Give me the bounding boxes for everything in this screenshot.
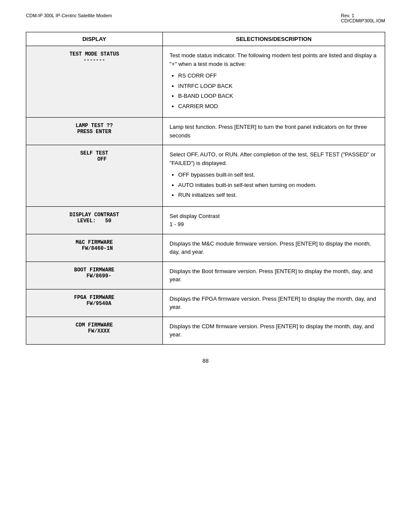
desc-cell-2: Select OFF, AUTO, or RUN. After completi… [162,145,385,207]
col-desc-header: SELECTIONS/DESCRIPTION [162,32,385,46]
page-footer: 88 [26,358,385,364]
desc-text-7-0: Displays the CDM firmware version. Press… [170,322,378,339]
header-left: CDM-IP 300L IP-Centric Satellite Modem [26,13,112,23]
bullet-item-2-0: OFF bypasses built-in self test. [178,171,378,179]
page-number: 88 [202,358,209,364]
bullet-item-0-3: CARRIER MOD [178,102,378,111]
desc-cell-4: Displays the M&C module firmware version… [162,234,385,261]
bullet-item-2-2: RUN initializes self test. [178,191,378,199]
header-right: Rev. 1 CD/CDMIP300L.IOM [341,13,385,23]
bullet-item-0-2: B-BAND LOOP BACK [178,92,378,100]
desc-cell-3: Set display Contrast1 - 99 [162,206,385,234]
desc-cell-0: Test mode status indicator. The followin… [162,46,385,118]
display-cell-5: BOOT FIRMWARE FW/8699- [26,261,163,289]
col-display-header: DISPLAY [26,32,163,46]
bullet-item-0-0: RS CORR OFF [178,72,378,80]
desc-text-3-0: Set display Contrast [170,212,378,221]
bullet-list-2: OFF bypasses built-in self test.AUTO ini… [178,171,378,199]
display-cell-0: TEST MODE STATUS ------- [26,46,163,118]
desc-text-3-1: 1 - 99 [170,220,378,229]
desc-cell-5: Displays the Boot firmware version. Pres… [162,261,385,289]
display-cell-3: DISPLAY CONTRAST LEVEL: 50 [26,206,163,234]
desc-text-0-0: Test mode status indicator. The followin… [170,51,378,68]
page-header: CDM-IP 300L IP-Centric Satellite Modem R… [26,13,385,23]
display-cell-1: LAMP TEST ?? PRESS ENTER [26,118,163,145]
desc-text-5-0: Displays the Boot firmware version. Pres… [170,267,378,284]
bullet-item-2-1: AUTO initiates built-in self-test when t… [178,181,378,190]
display-cell-4: M&C FIRMWARE FW/8460-1N [26,234,163,261]
desc-cell-7: Displays the CDM firmware version. Press… [162,317,385,344]
display-cell-7: CDM FIRMWARE FW/XXXX [26,317,163,344]
desc-text-2-0: Select OFF, AUTO, or RUN. After completi… [170,150,378,167]
desc-text-1-0: Lamp test function. Press [ENTER] to tur… [170,123,378,140]
display-cell-2: SELF TEST OFF [26,145,163,207]
desc-text-4-0: Displays the M&C module firmware version… [170,240,378,256]
bullet-list-0: RS CORR OFFINTRFC LOOP BACKB-BAND LOOP B… [178,72,378,110]
desc-text-6-0: Displays the FPGA firmware version. Pres… [170,295,378,311]
desc-cell-6: Displays the FPGA firmware version. Pres… [162,289,385,317]
display-cell-6: FPGA FIRMWARE FW/9540A [26,289,163,317]
desc-cell-1: Lamp test function. Press [ENTER] to tur… [162,118,385,145]
bullet-item-0-1: INTRFC LOOP BACK [178,82,378,90]
main-table: DISPLAY SELECTIONS/DESCRIPTION TEST MODE… [26,32,385,345]
